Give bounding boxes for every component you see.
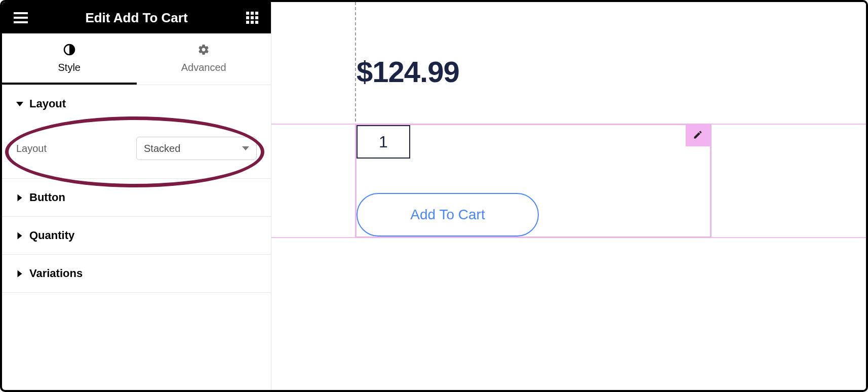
caret-down-icon — [16, 102, 23, 106]
edit-widget-button[interactable] — [686, 125, 710, 146]
section-variations: Variations — [2, 255, 271, 293]
layout-select-value: Stacked — [144, 143, 180, 154]
container-outline-left — [271, 124, 355, 238]
tab-style-label: Style — [58, 62, 81, 73]
section-variations-header[interactable]: Variations — [2, 255, 271, 292]
section-variations-title: Variations — [29, 267, 83, 280]
preview-canvas: $124.99 1 Add To Cart — [271, 2, 866, 390]
menu-icon[interactable] — [11, 8, 30, 27]
svg-rect-0 — [14, 12, 28, 14]
svg-rect-7 — [251, 16, 254, 19]
section-quantity-title: Quantity — [29, 229, 74, 242]
section-button-header[interactable]: Button — [2, 179, 271, 216]
svg-rect-5 — [255, 12, 258, 15]
section-quantity-header[interactable]: Quantity — [2, 217, 271, 254]
add-to-cart-widget[interactable]: 1 Add To Cart — [355, 124, 712, 238]
section-button: Button — [2, 179, 271, 217]
sidebar-header: Edit Add To Cart — [2, 2, 271, 33]
chevron-down-icon — [242, 146, 249, 150]
section-button-title: Button — [29, 191, 65, 204]
svg-rect-11 — [255, 21, 258, 24]
caret-right-icon — [18, 270, 22, 277]
svg-rect-6 — [246, 16, 249, 19]
tab-style[interactable]: Style — [2, 33, 137, 85]
gear-icon — [198, 44, 210, 59]
layout-label: Layout — [16, 143, 47, 154]
half-circle-icon — [63, 44, 75, 59]
svg-rect-8 — [255, 16, 258, 19]
add-to-cart-button[interactable]: Add To Cart — [357, 193, 539, 237]
caret-right-icon — [18, 194, 22, 201]
app-frame: Edit Add To Cart Style Advanced — [0, 0, 868, 392]
section-layout: Layout Layout Stacked — [2, 85, 271, 179]
tab-advanced-label: Advanced — [181, 62, 226, 73]
section-layout-title: Layout — [29, 97, 66, 110]
panel-title: Edit Add To Cart — [85, 10, 187, 26]
layout-control-row: Layout Stacked — [16, 128, 257, 162]
tab-advanced[interactable]: Advanced — [137, 33, 271, 85]
svg-rect-9 — [246, 21, 249, 24]
panel-tabs: Style Advanced — [2, 33, 271, 85]
svg-rect-10 — [251, 21, 254, 24]
layout-select[interactable]: Stacked — [136, 137, 257, 160]
section-layout-header[interactable]: Layout — [2, 85, 271, 123]
pencil-icon — [693, 130, 703, 142]
editor-sidebar: Edit Add To Cart Style Advanced — [2, 2, 271, 390]
add-to-cart-label: Add To Cart — [410, 207, 485, 223]
svg-rect-2 — [14, 21, 28, 23]
svg-rect-1 — [14, 17, 28, 19]
svg-rect-3 — [246, 12, 249, 15]
caret-right-icon — [18, 232, 22, 239]
quantity-input[interactable]: 1 — [357, 125, 410, 159]
quantity-value: 1 — [379, 133, 388, 151]
apps-grid-icon[interactable] — [243, 8, 262, 27]
product-price: $124.99 — [357, 55, 459, 89]
svg-rect-4 — [251, 12, 254, 15]
container-outline-right — [712, 124, 866, 238]
section-quantity: Quantity — [2, 217, 271, 255]
section-layout-body: Layout Stacked — [2, 123, 271, 178]
